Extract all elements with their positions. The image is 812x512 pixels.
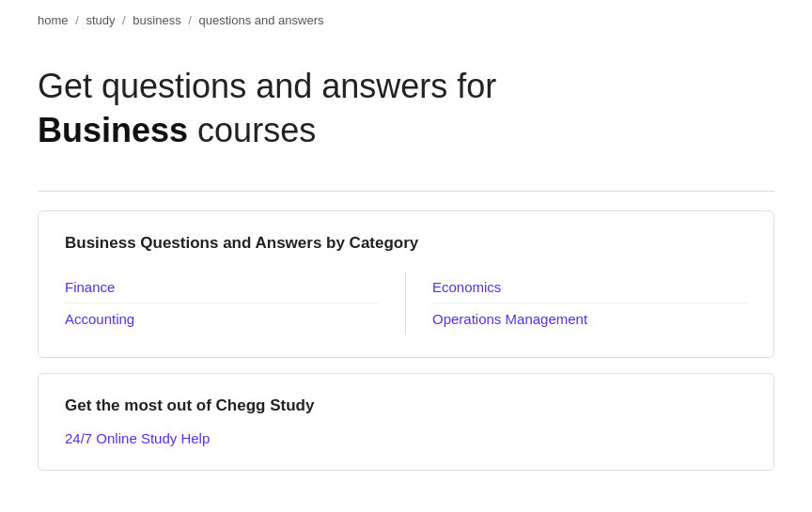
category-right-col: Economics Operations Management bbox=[406, 272, 747, 334]
breadcrumb-home[interactable]: home bbox=[38, 13, 69, 27]
breadcrumb-business[interactable]: business bbox=[133, 13, 180, 27]
page-title-courses: courses bbox=[197, 111, 316, 149]
page-title-prefix: Get questions and answers for bbox=[38, 67, 496, 105]
section-divider bbox=[38, 191, 774, 192]
breadcrumb: home / study / business / questions and … bbox=[38, 0, 774, 37]
category-left-col: Finance Accounting bbox=[65, 272, 406, 334]
category-link-finance[interactable]: Finance bbox=[65, 272, 379, 303]
chegg-study-help-link[interactable]: 24/7 Online Study Help bbox=[65, 430, 210, 446]
breadcrumb-sep-1: / bbox=[75, 13, 79, 27]
category-link-operations-management[interactable]: Operations Management bbox=[432, 303, 747, 334]
breadcrumb-study[interactable]: study bbox=[86, 13, 115, 27]
chegg-card: Get the most out of Chegg Study 24/7 Onl… bbox=[38, 373, 774, 471]
category-card: Business Questions and Answers by Catego… bbox=[38, 210, 774, 358]
page-title: Get questions and answers for Business c… bbox=[38, 65, 774, 153]
breadcrumb-sep-3: / bbox=[188, 13, 192, 27]
category-grid: Finance Accounting Economics Operations … bbox=[65, 272, 747, 334]
chegg-card-title: Get the most out of Chegg Study bbox=[65, 396, 747, 415]
breadcrumb-sep-2: / bbox=[122, 13, 126, 27]
category-link-economics[interactable]: Economics bbox=[432, 272, 747, 303]
category-card-title: Business Questions and Answers by Catego… bbox=[65, 234, 747, 253]
page-title-bold: Business bbox=[38, 111, 188, 149]
page-header: Get questions and answers for Business c… bbox=[38, 37, 774, 181]
breadcrumb-qanda[interactable]: questions and answers bbox=[199, 13, 324, 27]
category-link-accounting[interactable]: Accounting bbox=[65, 303, 379, 334]
